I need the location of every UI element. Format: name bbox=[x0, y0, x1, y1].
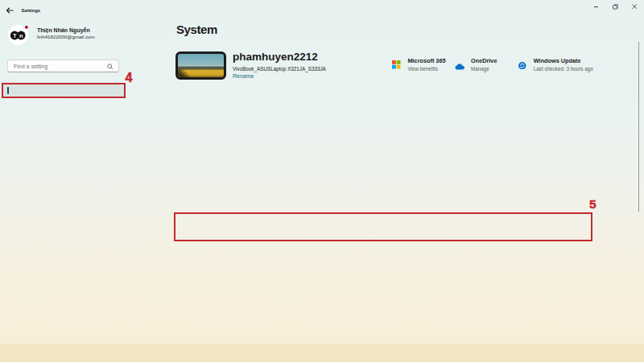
svg-text:n: n bbox=[19, 32, 23, 39]
svg-text:T: T bbox=[13, 32, 17, 39]
